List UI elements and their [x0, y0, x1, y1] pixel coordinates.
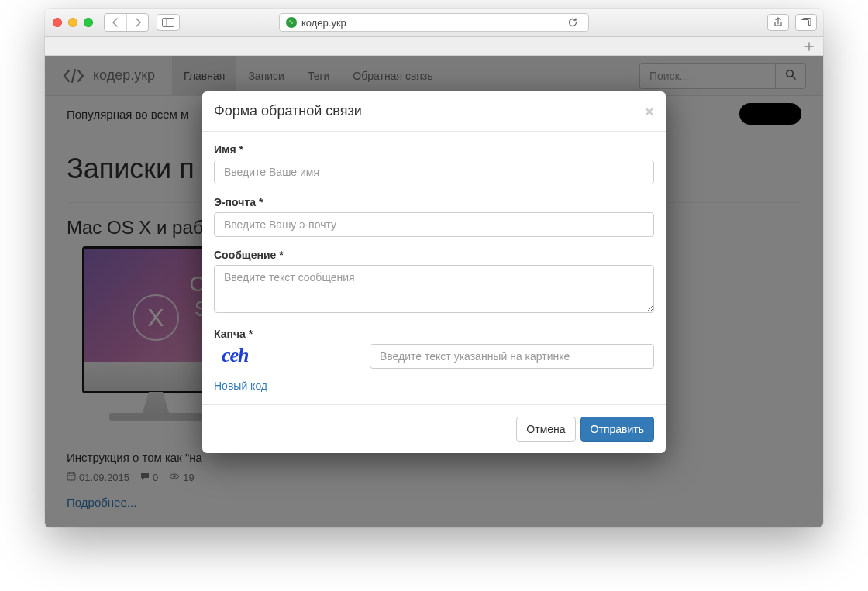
browser-window: кодер.укр кодер.укр	[45, 9, 823, 527]
email-label: Э-почта *	[214, 196, 654, 208]
back-button[interactable]	[105, 14, 126, 31]
sidebar-toggle-button[interactable]	[157, 14, 180, 31]
url-area: кодер.укр	[279, 13, 589, 32]
name-input[interactable]	[214, 160, 654, 184]
feedback-modal: Форма обратной связи × Имя * Э-почта * С…	[202, 91, 666, 453]
nav-back-forward	[104, 13, 149, 32]
message-textarea[interactable]	[214, 265, 654, 313]
window-controls	[53, 18, 93, 27]
url-field[interactable]: кодер.укр	[279, 13, 589, 32]
site-favicon-icon	[286, 17, 297, 28]
reload-button[interactable]	[563, 13, 582, 32]
zoom-window-button[interactable]	[84, 18, 93, 27]
new-tab-button[interactable]	[800, 38, 818, 55]
captcha-label: Капча *	[214, 328, 654, 340]
name-label: Имя *	[214, 143, 654, 156]
modal-header: Форма обратной связи ×	[202, 91, 666, 132]
page: кодер.укр Главная Записи Теги Обратная с…	[45, 56, 823, 527]
cancel-button[interactable]: Отмена	[516, 417, 575, 442]
share-button[interactable]	[767, 14, 789, 31]
svg-rect-0	[163, 19, 174, 27]
titlebar: кодер.укр	[45, 9, 823, 37]
minimize-window-button[interactable]	[68, 18, 78, 27]
modal-title: Форма обратной связи	[214, 103, 362, 119]
svg-rect-2	[801, 20, 809, 26]
close-window-button[interactable]	[53, 18, 62, 27]
captcha-refresh-link[interactable]: Новый код	[214, 380, 267, 392]
url-text: кодер.укр	[301, 17, 346, 29]
message-label: Сообщение *	[214, 249, 654, 261]
captcha-image: ceh	[214, 344, 357, 367]
modal-close-button[interactable]: ×	[645, 103, 654, 119]
tabs-overview-button[interactable]	[795, 14, 817, 31]
forward-button[interactable]	[126, 14, 148, 31]
captcha-input[interactable]	[370, 344, 654, 369]
tab-strip	[45, 37, 823, 56]
modal-footer: Отмена Отправить	[202, 404, 666, 453]
email-input[interactable]	[214, 212, 654, 237]
toolbar-right	[767, 14, 817, 31]
submit-button[interactable]: Отправить	[580, 417, 654, 442]
